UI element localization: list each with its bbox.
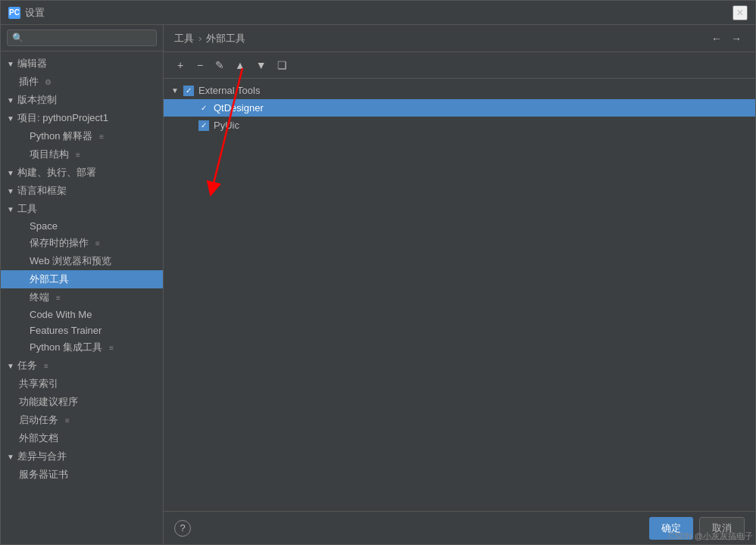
sidebar-item-banbenkongzhi[interactable]: 版本控制 <box>1 91 163 109</box>
content-area: 工具 › 外部工具 ← → + − ✎ ▲ ▼ ❏ <box>164 25 755 544</box>
tree-area: ▼ ✓ External Tools ✓ QtDesigner ✓ PyUic <box>164 79 755 511</box>
back-button[interactable]: ← <box>708 31 725 46</box>
chevron-icon <box>5 167 16 178</box>
search-input[interactable] <box>7 30 157 46</box>
sidebar-item-chayi[interactable]: 差异与合并 <box>1 447 163 466</box>
sidebar-item-xiangmu[interactable]: 项目: pythonProject1 <box>1 109 163 127</box>
sidebar-item-qidong[interactable]: 启动任务 ≡ <box>1 411 163 429</box>
list-icon: ≡ <box>40 360 52 372</box>
sidebar-item-gongju[interactable]: 工具 <box>1 200 163 218</box>
sidebar-item-space[interactable]: Space <box>1 218 163 234</box>
content-header: 工具 › 外部工具 ← → <box>164 25 755 52</box>
plugin-icon: ⚙ <box>42 76 54 88</box>
bottom-right: 确定 取消 <box>649 517 745 540</box>
sidebar-item-code-with-me[interactable]: Code With Me <box>1 307 163 322</box>
tree-checkbox[interactable]: ✓ <box>183 86 194 96</box>
breadcrumb: 工具 › 外部工具 <box>174 32 245 45</box>
move-down-button[interactable]: ▼ <box>251 56 271 74</box>
chevron-icon <box>5 113 16 123</box>
sidebar-item-zhongduan[interactable]: 终端 ≡ <box>1 288 163 307</box>
list-icon: ≡ <box>52 291 64 304</box>
move-up-button[interactable]: ▲ <box>230 56 250 74</box>
sidebar-item-bianjiqier[interactable]: 编辑器 <box>1 54 163 73</box>
list-icon: ≡ <box>95 130 108 142</box>
add-button[interactable]: + <box>171 56 189 74</box>
edit-button[interactable]: ✎ <box>211 56 229 74</box>
list-icon: ≡ <box>61 414 73 426</box>
app-icon: PC <box>8 7 20 19</box>
breadcrumb-current: 外部工具 <box>206 32 245 45</box>
tree-node-qtdesigner[interactable]: ✓ QtDesigner <box>164 99 755 117</box>
sidebar-item-waibu-wendang[interactable]: 外部文档 <box>1 429 163 447</box>
help-button[interactable]: ? <box>174 520 191 537</box>
chevron-icon <box>5 360 16 371</box>
breadcrumb-separator: › <box>198 33 201 44</box>
tree-node-pyuic[interactable]: ✓ PyUic <box>164 117 755 134</box>
tree-chevron-icon: ▼ <box>171 86 182 95</box>
bottom-left: ? <box>174 520 191 537</box>
sidebar-item-renwu[interactable]: 任务 ≡ <box>1 357 163 375</box>
sidebar-item-features-trainer[interactable]: Features Trainer <box>1 322 163 338</box>
dialog-title: 设置 <box>25 6 45 20</box>
title-bar-left: PC 设置 <box>8 6 45 20</box>
sidebar: 编辑器 插件 ⚙ 版本控制 项目: pythonProject1 <box>1 25 164 544</box>
tree-node-label: PyUic <box>214 120 239 131</box>
sidebar-item-yuyan[interactable]: 语言和框架 <box>1 182 163 200</box>
sidebar-item-gongxiang[interactable]: 共享索引 <box>1 375 163 393</box>
sidebar-item-chajian[interactable]: 插件 ⚙ <box>1 73 163 91</box>
chevron-icon <box>5 95 16 105</box>
remove-button[interactable]: − <box>191 56 209 74</box>
dialog-body: 编辑器 插件 ⚙ 版本控制 项目: pythonProject1 <box>1 25 755 544</box>
sidebar-items-list: 编辑器 插件 ⚙ 版本控制 项目: pythonProject1 <box>1 51 163 544</box>
list-icon: ≡ <box>105 341 117 353</box>
sidebar-item-python-jicheng[interactable]: Python 集成工具 ≡ <box>1 338 163 357</box>
copy-button[interactable]: ❏ <box>273 56 292 74</box>
chevron-icon <box>5 58 16 69</box>
chevron-icon <box>5 204 16 214</box>
list-icon: ≡ <box>92 237 104 249</box>
cancel-button[interactable]: 取消 <box>699 517 745 540</box>
chevron-icon <box>5 185 16 196</box>
sidebar-item-waibu-gongju[interactable]: 外部工具 <box>1 270 163 288</box>
tree-node-label: QtDesigner <box>214 102 264 114</box>
settings-dialog: PC 设置 × 编辑器 插件 ⚙ <box>0 0 756 545</box>
sidebar-item-xiangmu-jiegou[interactable]: 项目结构 ≡ <box>1 145 163 164</box>
confirm-button[interactable]: 确定 <box>649 517 693 540</box>
bottom-bar: ? 确定 取消 <box>164 511 755 544</box>
tree-node-external-tools[interactable]: ▼ ✓ External Tools <box>164 82 755 99</box>
sidebar-item-fuwuqi[interactable]: 服务器证书 <box>1 466 163 484</box>
sidebar-item-baocun[interactable]: 保存时的操作 ≡ <box>1 234 163 252</box>
sidebar-item-web[interactable]: Web 浏览器和预览 <box>1 252 163 270</box>
tree-checkbox[interactable]: ✓ <box>198 120 209 131</box>
breadcrumb-parent: 工具 <box>174 32 194 45</box>
sidebar-search-container <box>1 25 163 51</box>
sidebar-item-python-jieshiqi[interactable]: Python 解释器 ≡ <box>1 127 163 145</box>
tree-checkbox[interactable]: ✓ <box>198 103 209 114</box>
sidebar-item-gongneng[interactable]: 功能建议程序 <box>1 393 163 411</box>
list-icon: ≡ <box>72 148 84 160</box>
forward-button[interactable]: → <box>728 31 745 46</box>
sidebar-item-goujian[interactable]: 构建、执行、部署 <box>1 164 163 182</box>
close-button[interactable]: × <box>733 5 748 20</box>
tree-node-label: External Tools <box>198 85 260 96</box>
chevron-icon <box>5 451 16 462</box>
title-bar: PC 设置 × <box>1 1 755 25</box>
toolbar: + − ✎ ▲ ▼ ❏ <box>164 52 755 79</box>
nav-buttons: ← → <box>708 31 745 46</box>
